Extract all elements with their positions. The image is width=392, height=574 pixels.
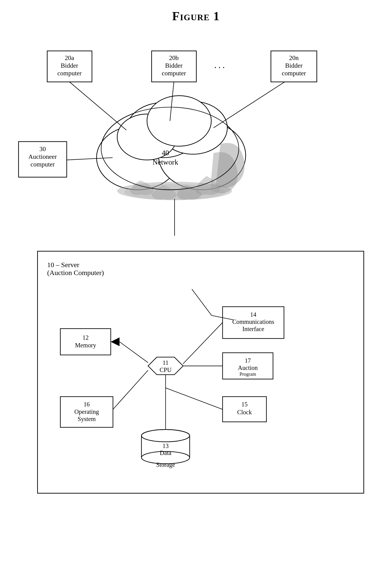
svg-point-3 <box>126 102 200 158</box>
server-internal-svg: 11 CPU 12 Memory 14 Communications Inter… <box>47 284 354 479</box>
svg-point-6 <box>147 96 211 146</box>
svg-point-1 <box>97 125 179 190</box>
svg-text:Program: Program <box>239 371 256 377</box>
svg-line-71 <box>119 342 148 363</box>
svg-text:20a: 20a <box>65 54 74 61</box>
svg-point-0 <box>101 107 239 190</box>
connections-svg: 40 Network 20a Bidder computer 20b Bidde… <box>14 37 378 246</box>
svg-text:11: 11 <box>163 359 168 366</box>
svg-text:13: 13 <box>162 442 168 449</box>
svg-text:15: 15 <box>241 401 248 408</box>
svg-text:Bidder: Bidder <box>61 62 78 69</box>
svg-text:System: System <box>78 415 96 422</box>
svg-text:computer: computer <box>30 161 55 168</box>
svg-point-4 <box>158 101 227 154</box>
svg-line-31 <box>214 82 285 128</box>
svg-marker-38 <box>111 337 120 346</box>
svg-text:computer: computer <box>282 69 306 77</box>
svg-point-8 <box>124 184 225 200</box>
svg-text:Auction: Auction <box>238 364 258 371</box>
svg-rect-25 <box>19 142 67 177</box>
svg-line-29 <box>69 82 126 130</box>
top-section: 40 Network 20a Bidder computer 20b Bidde… <box>14 37 378 246</box>
svg-point-5 <box>117 114 177 160</box>
svg-point-2 <box>158 121 246 190</box>
svg-point-7 <box>117 182 232 200</box>
svg-rect-16 <box>152 51 196 82</box>
svg-text:Interface: Interface <box>242 326 264 332</box>
svg-text:Clock: Clock <box>237 409 252 416</box>
svg-rect-21 <box>271 51 317 82</box>
svg-text:computer: computer <box>58 69 81 77</box>
server-box: 10 – Server (Auction Computer) 11 CPU 12… <box>37 251 364 493</box>
server-label: 10 – Server (Auction Computer) <box>47 261 354 277</box>
svg-text:40: 40 <box>162 149 169 157</box>
svg-text:Storage: Storage <box>156 461 175 468</box>
svg-text:...: ... <box>214 60 227 70</box>
svg-text:Bidder: Bidder <box>165 62 183 69</box>
svg-text:computer: computer <box>162 69 186 77</box>
svg-rect-12 <box>47 51 92 82</box>
figure-title: Figure 1 <box>14 9 378 23</box>
svg-text:Network: Network <box>153 158 178 166</box>
svg-text:CPU: CPU <box>160 366 172 373</box>
svg-line-45 <box>183 323 223 364</box>
server-section: 10 – Server (Auction Computer) 11 CPU 12… <box>37 251 364 493</box>
svg-text:12: 12 <box>82 334 89 341</box>
svg-text:17: 17 <box>245 357 251 364</box>
svg-text:Operating: Operating <box>74 408 99 415</box>
svg-line-30 <box>170 82 174 121</box>
svg-line-55 <box>166 388 223 409</box>
svg-text:Auctioneer: Auctioneer <box>28 153 57 160</box>
svg-text:Data: Data <box>160 449 172 456</box>
svg-text:20b: 20b <box>169 54 178 61</box>
svg-line-32 <box>67 158 113 160</box>
svg-text:16: 16 <box>84 401 90 408</box>
page-container: Figure 1 40 <box>0 0 392 574</box>
svg-line-60 <box>113 370 148 410</box>
svg-text:20n: 20n <box>289 54 299 61</box>
svg-point-9 <box>101 107 239 190</box>
svg-text:30: 30 <box>39 145 46 152</box>
svg-text:Memory: Memory <box>75 342 97 349</box>
svg-text:Communications: Communications <box>232 318 274 325</box>
svg-text:14: 14 <box>250 311 256 318</box>
svg-line-72 <box>192 289 212 315</box>
svg-text:Bidder: Bidder <box>285 62 303 69</box>
